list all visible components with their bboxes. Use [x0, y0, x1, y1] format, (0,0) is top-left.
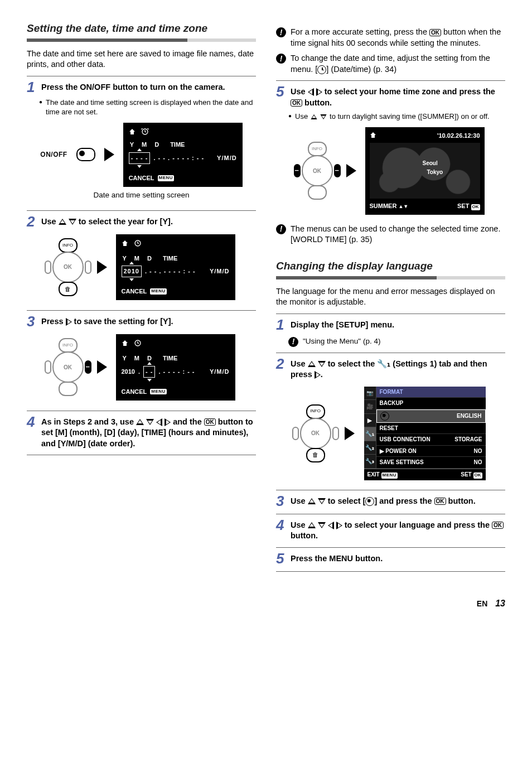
ok-icon: OK — [204, 418, 216, 426]
caution-icon: ! — [288, 337, 298, 347]
tab-wrench1-icon: 🔧₁ — [364, 427, 376, 441]
footer-lang: EN — [477, 599, 487, 608]
clock-icon — [134, 240, 142, 249]
home-icon — [370, 132, 376, 141]
arrow-icon — [346, 164, 356, 177]
up-triangle-icon — [59, 219, 66, 225]
dpad-right: – — [334, 164, 341, 177]
power-button-icon — [76, 148, 95, 161]
note-change-datetime: To change the date and time, adjust the … — [291, 53, 505, 75]
year-field: 2010 — [122, 266, 142, 277]
timestamp: '10.02.26.12:30 — [437, 132, 480, 140]
onoff-label: ON/OFF — [40, 150, 67, 159]
tab-play-icon: ▶ — [364, 414, 376, 428]
dpad-icon: INFO OK – – — [297, 143, 337, 199]
caution-icon: ! — [276, 224, 286, 234]
dpad-right: – — [85, 360, 91, 374]
down-triangle-icon — [69, 219, 76, 225]
tab-camera-icon: 📷 — [364, 387, 376, 401]
step-number: 1 — [27, 80, 37, 94]
year-field: - - - - — [129, 152, 151, 164]
lcd-screen-2: YMDTIME 2010 . - - . - - - - : - - Y/M/D… — [116, 234, 235, 300]
dpad-right — [85, 261, 91, 274]
arrow-icon — [97, 261, 107, 274]
step-number: 3 — [27, 314, 37, 329]
lcd-screen-3: YMDTIME 2010. - - . - - - - : - - Y/M/D … — [116, 334, 235, 400]
step2-text: Use to select the year for [Y]. — [41, 214, 256, 228]
step1-text: Press the ON/OFF button to turn on the c… — [41, 80, 256, 93]
lcd-screen-1: Y M D TIME - - - - . - - . - - - - : - -… — [123, 123, 243, 187]
dpad-left — [45, 360, 51, 374]
step3-text: Press to save the setting for [Y]. — [41, 314, 256, 327]
bullet-dot: ● — [39, 98, 42, 117]
arrow-icon — [345, 427, 355, 440]
dpad-info-button: INFO — [59, 238, 78, 253]
dpad-trash-button — [59, 282, 78, 296]
arrow-icon — [97, 360, 107, 374]
arrow-icon — [104, 148, 114, 161]
note-world-time: The menus can be used to change the sele… — [291, 224, 505, 245]
page-number: 13 — [495, 599, 505, 608]
tab-wrench3-icon: 🔧₃ — [364, 455, 376, 469]
section2-intro: The language for the menu and error mess… — [276, 286, 505, 308]
step-number: 4 — [27, 414, 37, 429]
step5-text: Use to select your home time zone and pr… — [291, 84, 505, 108]
s2-step4-text: Use to select your language and press th… — [291, 518, 505, 542]
dpad-icon: INFO OK — [48, 239, 88, 295]
caution-icon: ! — [276, 54, 286, 64]
intro-text: The date and time set here are saved to … — [27, 49, 256, 70]
dpad-left — [45, 261, 51, 274]
city-label: Tokyo — [427, 168, 443, 176]
world-icon — [365, 497, 374, 506]
step-number: 2 — [27, 214, 37, 229]
step1-bullet: The date and time setting screen is disp… — [46, 98, 256, 117]
section-title-language: Changing the display language — [276, 260, 505, 274]
dpad-icon: INFO OK – — [48, 339, 88, 395]
s2-step1-text: Display the [SETUP] menu. — [291, 317, 505, 331]
s2-step2-text: Use to select the 🔧₁ (Settings 1) tab an… — [291, 356, 505, 380]
home-icon — [122, 240, 128, 249]
month-field: - - — [143, 366, 155, 378]
dpad-ok-button: OK — [52, 252, 84, 283]
clock-icon — [317, 65, 326, 74]
tab-video-icon: 🎥 — [364, 400, 376, 414]
page-footer: EN 13 — [27, 597, 505, 610]
city-label: Seoul — [423, 160, 438, 167]
underline — [27, 38, 256, 42]
menu-badge: MENU — [158, 175, 175, 181]
home-icon — [129, 128, 136, 135]
right-triangle-icon — [66, 318, 72, 326]
dpad-info-button: INFO — [59, 338, 78, 353]
note-accurate: For a more accurate setting, press the O… — [291, 27, 505, 49]
s2-step3-text: Use to select [] and press the OK button… — [291, 494, 505, 507]
caution-icon: ! — [276, 27, 286, 37]
dpad-ok-button: OK — [52, 351, 84, 383]
step-number: 5 — [276, 84, 286, 99]
setup-menu: 📷 🎥 ▶ 🔧₁ 🔧₂ 🔧₃ FORMAT BACKUP ENGLISH RES… — [364, 386, 486, 481]
lcd-caption: Date and time setting screen — [27, 190, 256, 200]
clock-icon — [141, 128, 149, 135]
step5-bullet: Use to turn daylight saving time ([SUMME… — [295, 112, 490, 122]
s2-step5-text: Press the MENU button. — [291, 551, 505, 565]
wrench-icon: 🔧₁ — [377, 359, 390, 368]
dpad-icon: INFO OK — [296, 406, 336, 461]
dpad-trash-button — [59, 382, 78, 396]
section-title-datetime: Setting the date, time and time zone — [27, 22, 256, 36]
clock-icon — [134, 340, 142, 349]
home-icon — [122, 340, 128, 349]
step4-text: As in Steps 2 and 3, use and the OK butt… — [41, 414, 256, 450]
world-icon — [380, 412, 389, 421]
lcd-world-map: '10.02.26.12:30 Seoul Tokyo SUMMER ▲▼ SE… — [365, 127, 485, 215]
dpad-left: – — [294, 164, 301, 177]
tab-wrench2-icon: 🔧₂ — [364, 441, 376, 455]
